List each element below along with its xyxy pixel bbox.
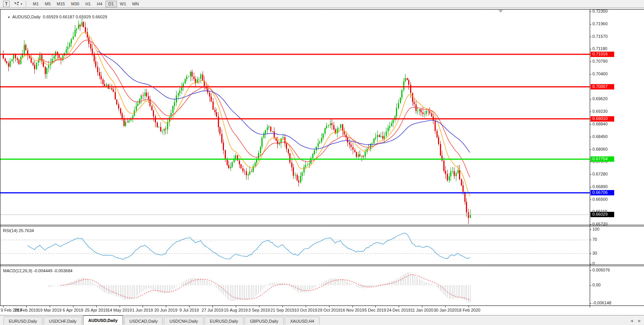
chart-tab-eurusd-daily[interactable]: EURUSD,Daily: [3, 317, 42, 325]
text-label-tool-button[interactable]: T: [2, 1, 11, 7]
chart-ohlc-values: 0.65929 0.66187 0.65929 0.66029: [43, 15, 107, 19]
arrow-tools-icon: [13, 1, 19, 6]
rsi-indicator-label: RSI(14) 25.7634: [3, 228, 34, 233]
timeframe-button-m5[interactable]: M5: [42, 1, 54, 7]
chart-title-caret-icon: ▼: [7, 16, 10, 19]
tab-scroll-buttons: ◀ ▶: [630, 319, 641, 323]
chart-symbol-label: AUDUSD,Daily: [12, 15, 41, 19]
chart-tab-xauusd-h4[interactable]: XAUUSD,H4: [285, 317, 320, 325]
panel-divider[interactable]: [0, 263, 644, 266]
chart-tab-bar: EURUSD,DailyUSDCHF,DailyAUDUSD,DailyUSDC…: [0, 315, 644, 325]
price-axis[interactable]: [590, 8, 644, 305]
chart-title[interactable]: ▼AUDUSD,Daily 0.65929 0.66187 0.65929 0.…: [3, 10, 107, 24]
chart-tab-gbpusd-daily[interactable]: GBPUSD,Daily: [245, 317, 284, 325]
timeframe-button-m1[interactable]: M1: [30, 1, 42, 7]
timeframe-button-m15[interactable]: M15: [54, 1, 68, 7]
chart-shift-marker[interactable]: [498, 10, 503, 13]
arrow-tools-button[interactable]: ▾: [12, 1, 24, 7]
chart-window: ▼AUDUSD,Daily 0.65929 0.66187 0.65929 0.…: [0, 8, 644, 315]
tab-scroll-right-icon[interactable]: ▶: [638, 319, 641, 323]
text-label-tool-icon: T: [3, 1, 10, 7]
timeframe-button-mn[interactable]: MN: [129, 1, 142, 7]
chart-tab-audusd-daily[interactable]: AUDUSD,Daily: [83, 315, 123, 325]
timeframe-button-group: M1M5M15M30H1H4D1W1MN: [30, 1, 142, 7]
timeframe-button-h1[interactable]: H1: [82, 1, 94, 7]
time-axis[interactable]: [0, 305, 590, 315]
price-chart-canvas[interactable]: [0, 8, 644, 315]
timeframe-button-d1[interactable]: D1: [105, 1, 117, 7]
chart-tabs: EURUSD,DailyUSDCHF,DailyAUDUSD,DailyUSDC…: [2, 315, 320, 325]
panel-divider[interactable]: [0, 224, 644, 226]
timeframe-button-m30[interactable]: M30: [68, 1, 82, 7]
macd-indicator-label: MACD(12,26,9) -0.004449 -0.003684: [3, 268, 73, 273]
toolbar-grip[interactable]: [26, 1, 28, 6]
chart-tab-eurusd-daily[interactable]: EURUSD,Daily: [204, 317, 243, 325]
timeframe-button-h4[interactable]: H4: [94, 1, 105, 7]
tab-scroll-left-icon[interactable]: ◀: [630, 319, 633, 323]
timeframe-button-w1[interactable]: W1: [117, 1, 130, 7]
chart-tab-usdchf-daily[interactable]: USDCHF,Daily: [44, 317, 82, 325]
chart-tab-usdcad-daily[interactable]: USDCAD,Daily: [124, 317, 163, 325]
chart-tab-usdcnh-daily[interactable]: USDCNH,Daily: [164, 317, 203, 325]
dropdown-caret-icon: ▾: [21, 2, 22, 6]
top-toolbar: T ▾ M1M5M15M30H1H4D1W1MN: [0, 0, 644, 8]
